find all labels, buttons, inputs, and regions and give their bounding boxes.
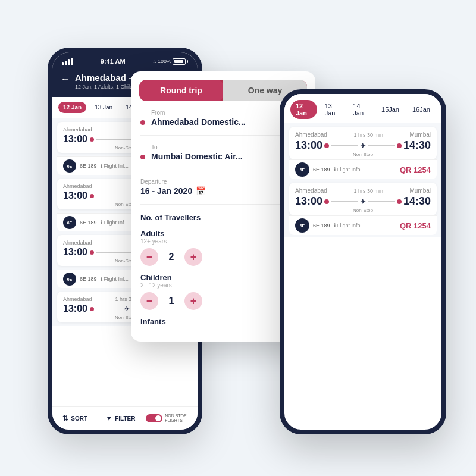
- price-b: QR 1254: [400, 221, 431, 230]
- time-back: 9:41 AM: [101, 58, 126, 65]
- flight-info-a: 6E 6E 189 ℹ Flight Info QR 1254: [289, 159, 437, 179]
- back-arrow-icon[interactable]: ←: [61, 74, 70, 84]
- flight-info-b: 6E 6E 189 ℹ Flight Info QR 1254: [289, 215, 437, 235]
- airline-logo-1: 6E: [63, 159, 76, 173]
- nonstop-a: Non-Stop: [295, 152, 431, 157]
- sort-button[interactable]: ⇅ SORT: [52, 412, 98, 425]
- flight-card-b: Ahmedabad 1 hrs 30 min Mumbai 13:00 ✈ 14…: [289, 183, 437, 215]
- departure-date-text: 16 - Jan 2020: [140, 186, 192, 196]
- children-count: 1: [165, 296, 177, 306]
- battery-back: ≈ 100%: [153, 58, 188, 65]
- depart-time-a: 13:00: [295, 139, 322, 152]
- children-plus-button[interactable]: +: [184, 292, 202, 310]
- nonstop-toggle-label: NON STOP FLIGHTS: [165, 414, 195, 424]
- airline-logo-3: 6E: [63, 273, 76, 286]
- price-a: QR 1254: [400, 165, 431, 174]
- from-dot: [140, 120, 145, 125]
- info-a[interactable]: ℹ Flight Info: [334, 167, 361, 173]
- adults-count: 2: [165, 252, 177, 262]
- plane-icon-4: ✈: [124, 305, 130, 313]
- adults-plus-button[interactable]: +: [184, 248, 202, 266]
- children-minus-button[interactable]: −: [140, 292, 158, 310]
- calendar-icon: 📅: [196, 186, 206, 196]
- sort-icon: ⇅: [62, 414, 68, 422]
- date-chip-2[interactable]: 13 Jan: [90, 102, 117, 113]
- flight-num-1: 6E 189: [80, 163, 97, 169]
- line-b: [331, 201, 358, 202]
- line-a2: [368, 145, 395, 146]
- bottom-bar-back: ⇅ SORT ▼ FILTER NON STOP FLIGHTS: [52, 406, 198, 430]
- flight-num-b: 6E 189: [313, 223, 330, 228]
- line-3: [96, 252, 133, 253]
- battery-tip: [187, 60, 188, 63]
- info-link-2[interactable]: ℹ Flight Inf...: [101, 220, 129, 226]
- depart-time-b: 13:00: [295, 195, 322, 208]
- line-4: [96, 309, 122, 309]
- plane-icon-a: ✈: [360, 142, 366, 150]
- arrive-time-a: 14:30: [403, 139, 431, 152]
- info-b[interactable]: ℹ Flight Info: [334, 223, 361, 228]
- route-row-b: 13:00 ✈ 14:30: [295, 195, 431, 208]
- dot-2: [90, 194, 94, 198]
- date-chip-f4[interactable]: 15Jan: [376, 104, 405, 115]
- info-link-3[interactable]: ℹ Flight Inf...: [101, 276, 129, 282]
- scene: 9:41 AM ≈ 100% ← Ahmedabad - Mumbai 12 J…: [12, 12, 464, 464]
- flight-num-a: 6E 189: [313, 167, 330, 173]
- arrive-time-b: 14:30: [403, 195, 431, 208]
- filter-button[interactable]: ▼ FILTER: [98, 412, 143, 425]
- to-city-a: Mumbai: [409, 131, 431, 138]
- from-city-a: Ahmedabad: [295, 131, 327, 138]
- duration-b: 1 hrs 30 min: [353, 188, 383, 194]
- nonstop-toggle[interactable]: [146, 414, 162, 422]
- adults-minus-button[interactable]: −: [140, 248, 158, 266]
- dot-a1: [324, 143, 329, 148]
- from-city-4: Ahmedabad: [63, 296, 92, 302]
- flight-card-a: Ahmedabad 1 hrs 30 min Mumbai 13:00 ✈ 14…: [289, 127, 437, 159]
- depart-time-1: 13:00: [63, 134, 87, 145]
- airline-logo-2: 6E: [63, 216, 76, 229]
- flight-num-2: 6E 189: [80, 220, 97, 226]
- date-chip-f3[interactable]: 14 Jan: [347, 100, 374, 119]
- depart-time-2: 13:00: [63, 190, 87, 201]
- date-chip-f5[interactable]: 16Jan: [407, 104, 436, 115]
- battery-fill: [174, 60, 183, 63]
- from-city-2: Ahmedabad: [63, 183, 92, 189]
- sort-label: SORT: [71, 415, 87, 422]
- tab-round-trip[interactable]: Round trip: [139, 80, 223, 101]
- bluetooth-icon: ≈: [153, 58, 156, 65]
- date-chip-f1[interactable]: 12 Jan: [290, 100, 317, 119]
- flight-num-3: 6E 189: [80, 276, 97, 282]
- date-chip-1[interactable]: 12 Jan: [58, 102, 86, 113]
- to-city-b: Mumbai: [409, 187, 431, 194]
- filter-label: FILTER: [115, 415, 135, 422]
- dot-b2: [397, 199, 402, 204]
- from-city-1: Ahmedabad: [63, 127, 92, 133]
- info-link-1[interactable]: ℹ Flight Inf...: [101, 163, 129, 169]
- line-1: [96, 139, 133, 140]
- dot-3: [90, 250, 94, 255]
- duration-a: 1 hrs 30 min: [353, 132, 383, 138]
- dot-4: [90, 307, 94, 311]
- battery-body: [173, 58, 186, 65]
- depart-time-4: 13:00: [63, 303, 87, 314]
- trip-type-tabs: Round trip One way: [139, 80, 307, 101]
- date-chip-f2[interactable]: 13 Jan: [320, 100, 346, 119]
- airline-logo-a: 6E: [295, 162, 309, 177]
- nonstop-toggle-area: NON STOP FLIGHTS: [143, 414, 198, 424]
- status-bar-back: 9:41 AM ≈ 100%: [52, 52, 198, 69]
- from-city-3: Ahmedabad: [63, 240, 92, 246]
- dot-b1: [324, 199, 329, 204]
- dot-a2: [397, 143, 402, 148]
- from-city-b: Ahmedabad: [295, 187, 327, 194]
- plane-icon-b: ✈: [360, 198, 366, 206]
- dot-1: [90, 137, 94, 142]
- line-b2: [368, 201, 395, 202]
- line-a: [331, 145, 358, 146]
- nonstop-b: Non-Stop: [295, 208, 431, 213]
- line-2: [96, 196, 133, 196]
- filter-icon: ▼: [105, 414, 112, 422]
- depart-time-3: 13:00: [63, 247, 87, 258]
- phone-front: 12 Jan 13 Jan 14 Jan 15Jan 16Jan Ahmedab…: [280, 89, 446, 434]
- signal-icon: [62, 58, 73, 65]
- date-tabs-front: 12 Jan 13 Jan 14 Jan 15Jan 16Jan: [284, 94, 441, 123]
